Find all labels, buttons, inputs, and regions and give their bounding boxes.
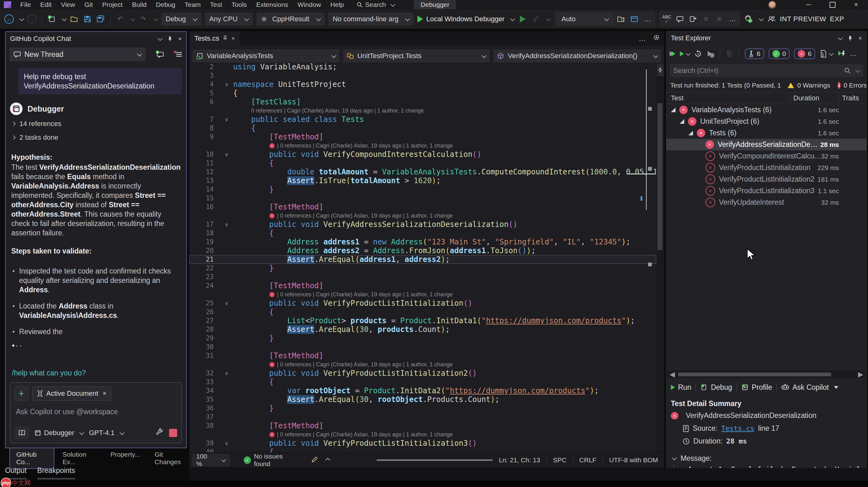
run-until-failure-button[interactable] <box>837 50 845 58</box>
watch-mode-dropdown[interactable]: Auto <box>557 12 613 26</box>
bottom-tab-breakpoints[interactable]: Breakpoints <box>37 466 75 480</box>
mode-dropdown[interactable]: Debugger <box>35 429 84 437</box>
type-dropdown[interactable]: UnitTestProject.Tests <box>343 50 490 62</box>
menu-edit[interactable]: Edit <box>36 0 56 9</box>
code-line[interactable]: 35 Assert.AreEqual(30, rootObject.Produc… <box>189 395 656 404</box>
codelens-row[interactable]: ×| 0 references | Cagri (Charlie) Aslan,… <box>189 430 656 439</box>
expander-icon[interactable] <box>688 131 693 135</box>
fold-chevron-icon[interactable]: ∨ <box>220 221 233 227</box>
new-chat-button[interactable] <box>155 50 164 58</box>
tool-tab-gitchanges[interactable]: Git Changes <box>148 448 192 468</box>
expander-icon[interactable] <box>671 108 676 112</box>
status-crlf[interactable]: CRLF <box>573 456 603 465</box>
code-line[interactable]: 6 [TestClass] <box>189 97 656 106</box>
menu-file[interactable]: File <box>16 0 36 9</box>
run-all-tests-button[interactable] <box>670 51 676 56</box>
code-line[interactable]: 10∨ public void VerifyCompoundInterestCa… <box>189 150 656 159</box>
code-line[interactable]: 28 Assert.AreEqual(30, products.Count); <box>189 325 656 334</box>
fold-chevron-icon[interactable]: ∨ <box>220 370 233 376</box>
close-panel-button[interactable]: × <box>178 35 182 42</box>
editor-horizontal-scrollbar[interactable] <box>376 459 492 461</box>
test-tree-row[interactable]: ×VerifyUpdateInterest32 ms <box>666 196 866 208</box>
active-document-chip[interactable]: Active Document × <box>32 386 111 401</box>
solution-config-dropdown[interactable]: Debug <box>161 12 201 26</box>
code-line[interactable]: 29 } <box>189 334 656 343</box>
undo-button[interactable]: ↶ <box>116 13 125 25</box>
save-all-button[interactable] <box>96 13 105 25</box>
run-target-chevron[interactable] <box>510 16 515 21</box>
back-history-chevron[interactable] <box>19 16 24 21</box>
sync-status-button[interactable] <box>744 13 753 25</box>
code-line[interactable]: 7∨ public sealed class Tests <box>189 115 656 124</box>
group-by-button[interactable] <box>819 50 833 58</box>
status-ln[interactable]: Ln: 21, Ch: 13 <box>492 456 547 465</box>
filter-failed-badge[interactable]: × 6 <box>794 49 815 59</box>
menu-window[interactable]: Window <box>293 0 326 9</box>
references-collapsible[interactable]: 14 references <box>6 117 186 131</box>
code-lines[interactable]: 2using VariableAnalysis;34∨namespace Uni… <box>189 62 656 453</box>
codelens-row[interactable]: ×| 0 references | Cagri (Charlie) Aslan,… <box>189 141 656 150</box>
fold-chevron-icon[interactable]: ∨ <box>220 440 233 446</box>
start-debugging-button[interactable]: Local Windows Debugger <box>417 13 505 25</box>
new-item-chevron[interactable] <box>62 16 67 21</box>
clear-chat-button[interactable] <box>174 51 183 58</box>
feedback-button[interactable] <box>767 13 776 25</box>
test-tree-row[interactable]: ×VerifyProductListInitialization2181 ms <box>666 174 866 185</box>
code-line[interactable]: 25∨ public void VerifyProductListInitial… <box>189 299 656 308</box>
menu-view[interactable]: View <box>56 0 80 9</box>
filter-button[interactable] <box>726 50 733 57</box>
codelens-text[interactable]: 0 references | Cagri (Charlie) Aslan, 19… <box>251 108 424 114</box>
code-line[interactable]: 17∨ public void VerifyAddressSerializati… <box>189 220 656 229</box>
code-line[interactable]: 33 { <box>189 377 656 386</box>
tab-tests-cs[interactable]: Tests.cs × <box>189 31 240 45</box>
thread-selector[interactable]: New Thread <box>9 48 146 61</box>
code-line[interactable]: 8 { <box>189 124 656 132</box>
navigate-back-button[interactable]: ← <box>4 13 14 25</box>
code-line[interactable]: 23 <box>189 273 656 281</box>
int-preview-label[interactable]: INT PREVIEW <box>780 15 826 23</box>
code-line[interactable]: 22 } <box>189 264 656 273</box>
code-line[interactable]: 4∨namespace UnitTestProject <box>189 80 656 89</box>
codelens-text[interactable]: | 0 references | Cagri (Charlie) Aslan, … <box>277 361 453 368</box>
menu-project[interactable]: Project <box>97 0 127 9</box>
menu-team[interactable]: Team <box>180 0 205 9</box>
test-explorer-overflow[interactable]: … <box>850 50 857 58</box>
code-line[interactable]: 30 <box>189 343 656 351</box>
preview-window-button[interactable] <box>629 13 639 25</box>
fold-chevron-icon[interactable]: ∨ <box>220 300 233 306</box>
code-line[interactable]: 20 Address address2 = Address.FromJson(a… <box>189 246 656 255</box>
code-line[interactable]: 38 [TestMethod] <box>189 421 656 430</box>
chat-input-placeholder[interactable]: Ask Copilot or use @workspace <box>14 401 178 427</box>
detail-test-name-row[interactable]: × VerifyAddressSerializationDeserializat… <box>666 409 866 422</box>
hot-reload-button[interactable] <box>531 13 540 25</box>
test-tree-row[interactable]: ×VerifyCompoundInterestCalcula...32 ms <box>666 150 866 162</box>
code-line[interactable]: 27 List<Product> products = Product.Init… <box>189 316 656 325</box>
editor-settings-button[interactable] <box>653 34 660 43</box>
code-line[interactable]: 13 Assert.IsTrue(totalAmount > 1620); <box>189 176 656 185</box>
decrease-indent-button[interactable]: ≡ <box>702 13 711 25</box>
chevron-up-icon[interactable] <box>326 458 330 462</box>
menu-help[interactable]: Help <box>326 0 348 9</box>
find-in-files-button[interactable] <box>617 13 626 25</box>
navigate-forward-button[interactable]: → <box>27 13 36 25</box>
code-line[interactable]: 16 [TestMethod] <box>189 203 656 211</box>
test-horizontal-scrollbar[interactable]: ◀ ▶ <box>667 370 866 378</box>
undo-chevron[interactable] <box>131 16 135 21</box>
active-tool-badge[interactable]: Debugger <box>414 0 456 9</box>
remove-chip-icon[interactable]: × <box>102 390 106 398</box>
editor-overflow-button[interactable]: … <box>639 34 646 43</box>
status-spc[interactable]: SPC <box>547 456 573 465</box>
chat-input-box[interactable]: + Active Document × Ask Copilot or use @… <box>10 382 182 443</box>
code-line[interactable]: 36 } <box>189 404 656 413</box>
codelens-row[interactable]: ×| 0 references | Cagri (Charlie) Aslan,… <box>189 360 656 369</box>
code-line[interactable]: 26 { <box>189 308 656 316</box>
member-dropdown[interactable]: VerifyAddressSerializationDeserializatio… <box>493 50 661 62</box>
run-button[interactable]: Run <box>671 383 691 392</box>
profile-button[interactable]: Profile <box>741 383 772 392</box>
spell-check-button[interactable]: ABC✓ <box>662 13 672 25</box>
menu-extensions[interactable]: Extensions <box>251 0 293 9</box>
repeat-last-run-button[interactable] <box>694 50 702 58</box>
code-line[interactable]: 11 { <box>189 159 656 168</box>
code-line[interactable]: 15 <box>189 194 656 203</box>
user-avatar[interactable] <box>768 1 776 9</box>
